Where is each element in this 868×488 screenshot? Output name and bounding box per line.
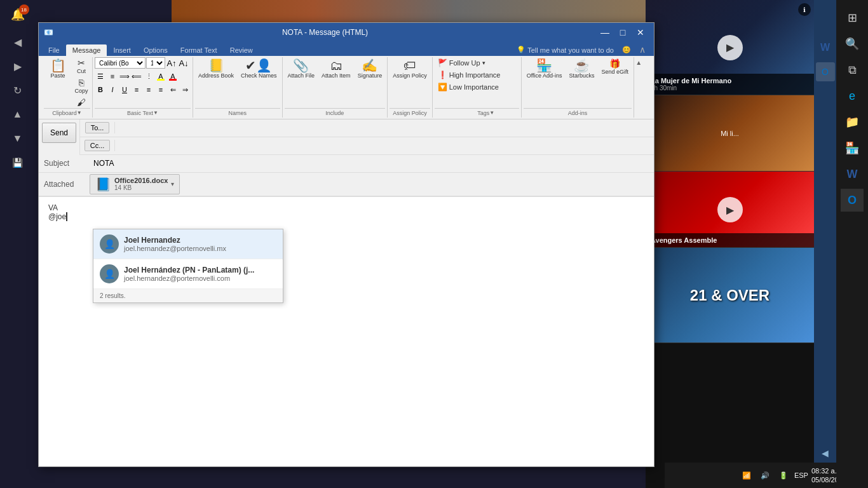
assign-policy-button[interactable]: 🏷 Assign Policy bbox=[390, 57, 430, 81]
attachment-dropdown-icon[interactable]: ▾ bbox=[171, 180, 174, 187]
autocomplete-item-2[interactable]: 👤 Joel Hernández (PN - PanLatam) (j... j… bbox=[93, 259, 283, 289]
send-egift-button[interactable]: 🎁 Send eGift bbox=[599, 57, 632, 78]
follow-up-dropdown[interactable]: ▾ bbox=[482, 60, 485, 66]
expand-icon: ▲ bbox=[635, 59, 642, 66]
word-icon[interactable]: W bbox=[816, 38, 835, 57]
send-button[interactable]: Send bbox=[42, 123, 76, 143]
autocomplete-item-1[interactable]: 👤 Joel Hernandez joel.hernandez@porterno… bbox=[93, 229, 283, 259]
basic-text-expand[interactable]: ▼ bbox=[153, 110, 158, 116]
refresh-icon[interactable]: ↻ bbox=[5, 79, 31, 102]
video-item-2[interactable]: Mi li... bbox=[646, 95, 814, 172]
word-taskbar-icon[interactable]: W bbox=[841, 163, 864, 186]
rtl-btn[interactable]: ⇐ bbox=[167, 84, 179, 95]
up-icon[interactable]: ▲ bbox=[5, 103, 31, 126]
video-item-1[interactable]: ▶ La Mujer de Mi Hermano 1h 30min ℹ bbox=[646, 0, 814, 95]
to-btn-label[interactable]: To... bbox=[85, 122, 110, 133]
ltr-btn[interactable]: ⇒ bbox=[179, 84, 191, 95]
tab-review[interactable]: Review bbox=[224, 44, 259, 56]
bold-btn[interactable]: B bbox=[95, 84, 106, 95]
follow-up-button[interactable]: 🚩 Follow Up ▾ bbox=[435, 57, 489, 69]
cc-btn-label[interactable]: Cc... bbox=[85, 140, 111, 151]
tags-expand[interactable]: ▼ bbox=[489, 110, 494, 116]
email-body-content[interactable]: VA @joe 👤 Joel Hernandez joel.hernandez@… bbox=[39, 197, 654, 466]
paste-button[interactable]: 📋 Paste bbox=[44, 57, 72, 81]
check-names-button[interactable]: ✔👤 Check Names bbox=[238, 57, 280, 81]
cut-button[interactable]: ✂ Cut bbox=[72, 57, 90, 76]
forward-icon[interactable]: ▶ bbox=[5, 55, 31, 78]
play-button-1[interactable]: ▶ bbox=[717, 35, 743, 60]
increase-font-btn[interactable]: A↑ bbox=[166, 57, 177, 69]
bullets-btn[interactable]: ☰ bbox=[95, 71, 106, 82]
sidebar-arrow-left[interactable]: ◀ bbox=[816, 444, 835, 463]
maximize-button[interactable]: □ bbox=[614, 26, 631, 39]
attach-item-button[interactable]: 🗂 Attach Item bbox=[318, 57, 354, 81]
ribbon-collapse[interactable]: ∧ bbox=[634, 43, 651, 56]
store-icon[interactable]: 🏪 bbox=[841, 137, 864, 159]
to-input[interactable] bbox=[115, 121, 654, 135]
video-item-4[interactable]: 21 & OVER bbox=[646, 248, 814, 343]
attachment-item[interactable]: 📘 Office2016.docx 14 KB ▾ bbox=[90, 174, 180, 194]
down-icon[interactable]: ▼ bbox=[5, 127, 31, 150]
decrease-font-btn[interactable]: A↓ bbox=[178, 57, 189, 69]
tab-insert[interactable]: Insert bbox=[107, 44, 137, 56]
numbering-btn[interactable]: ≡ bbox=[107, 71, 118, 82]
align-right-btn[interactable]: ≡ bbox=[155, 84, 166, 95]
outdent-btn[interactable]: ⟸ bbox=[131, 71, 142, 82]
tab-file[interactable]: File bbox=[42, 44, 66, 56]
emoji-button[interactable]: 😊 bbox=[619, 44, 634, 56]
clipboard-expand[interactable]: ▼ bbox=[77, 110, 82, 116]
font-color-btn[interactable]: A bbox=[167, 71, 179, 82]
notification-icon[interactable]: 🔔 18 bbox=[5, 3, 31, 26]
include-label: Include bbox=[285, 108, 386, 118]
minimize-button[interactable]: — bbox=[597, 26, 613, 39]
copy-button[interactable]: ⎘ Copy bbox=[72, 77, 90, 96]
font-size-select[interactable]: 11 bbox=[146, 57, 165, 69]
play-button-3[interactable]: ▶ bbox=[717, 197, 743, 222]
explorer-icon[interactable]: 📁 bbox=[841, 111, 864, 133]
tray-volume[interactable]: 🔊 bbox=[757, 470, 773, 481]
background-top bbox=[172, 0, 646, 22]
align-center-btn[interactable]: ≡ bbox=[143, 84, 154, 95]
tab-options[interactable]: Options bbox=[137, 44, 174, 56]
attach-file-button[interactable]: 📎 Attach File bbox=[285, 57, 318, 81]
search-icon[interactable]: 🔍 bbox=[841, 32, 864, 55]
highlight-btn[interactable]: A bbox=[155, 71, 166, 82]
task-view-icon[interactable]: ⧉ bbox=[841, 58, 864, 81]
tab-format-text[interactable]: Format Text bbox=[174, 44, 224, 56]
format-row: B I U ≡ ≡ ≡ ⇐ ⇒ bbox=[95, 84, 191, 95]
font-select[interactable]: Calibri (Bo bbox=[95, 57, 146, 69]
underline-btn[interactable]: U bbox=[119, 84, 130, 95]
more-list-btn[interactable]: ⋮ bbox=[143, 71, 154, 82]
back-icon[interactable]: ◀ bbox=[5, 30, 31, 53]
include-group: 📎 Attach File 🗂 Attach Item ✍ Signature … bbox=[283, 57, 388, 118]
outlook-taskbar-icon[interactable]: O bbox=[841, 189, 864, 212]
edge-icon[interactable]: e bbox=[841, 85, 864, 107]
ribbon-expand-btn[interactable]: ▲ bbox=[634, 57, 643, 118]
windows-btn[interactable]: ⊞ bbox=[841, 6, 864, 29]
close-button[interactable]: ✕ bbox=[632, 26, 649, 39]
address-book-button[interactable]: 📒 Address Book bbox=[195, 57, 237, 81]
align-left-btn[interactable]: ≡ bbox=[131, 84, 142, 95]
tab-message[interactable]: Message bbox=[66, 44, 107, 56]
subject-input[interactable] bbox=[90, 156, 654, 170]
starbucks-button[interactable]: ☕ Starbucks bbox=[566, 57, 598, 81]
video-item-3[interactable]: ▶ Avengers Assemble bbox=[646, 172, 814, 248]
office-addins-button[interactable]: 🏪 Office Add-ins bbox=[524, 57, 566, 81]
indent-btn[interactable]: ⟹ bbox=[119, 71, 130, 82]
cc-button[interactable]: Cc... bbox=[80, 140, 115, 151]
tray-language[interactable]: ESP bbox=[794, 471, 808, 479]
low-importance-button[interactable]: 🔽 Low Importance bbox=[435, 81, 502, 93]
high-importance-button[interactable]: ❗ High Importance bbox=[435, 69, 504, 81]
italic-btn[interactable]: I bbox=[107, 84, 118, 95]
to-button[interactable]: To... bbox=[80, 122, 115, 133]
cc-input[interactable] bbox=[115, 139, 654, 152]
autocomplete-dropdown: 👤 Joel Hernandez joel.hernandez@porterno… bbox=[93, 229, 283, 303]
ribbon-help[interactable]: 💡 Tell me what you want to do bbox=[512, 44, 619, 56]
signature-button[interactable]: ✍ Signature bbox=[355, 57, 386, 81]
format-painter-button[interactable]: 🖌 bbox=[72, 97, 90, 108]
info-badge-1[interactable]: ℹ bbox=[798, 3, 811, 16]
save-icon[interactable]: 💾 bbox=[5, 151, 31, 174]
outlook-icon[interactable]: O bbox=[816, 62, 835, 81]
tray-network[interactable]: 📶 bbox=[739, 470, 754, 481]
tray-battery[interactable]: 🔋 bbox=[776, 470, 791, 481]
